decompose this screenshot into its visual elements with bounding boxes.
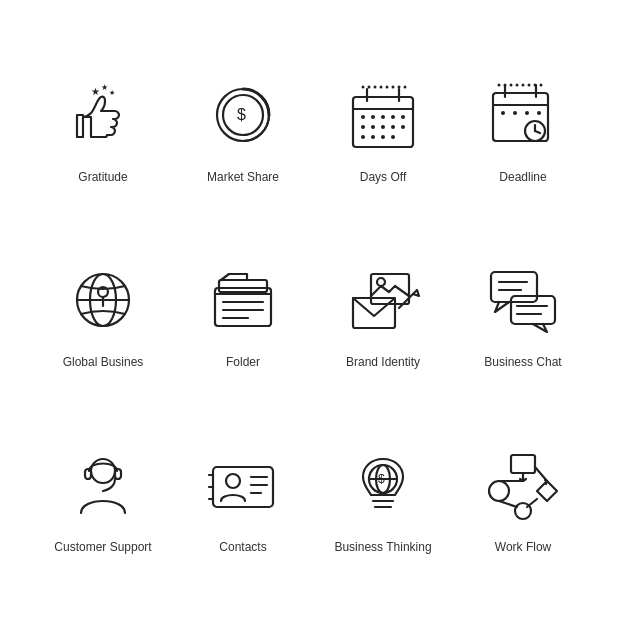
svg-point-26: [391, 125, 395, 129]
svg-point-29: [371, 135, 375, 139]
svg-point-27: [401, 125, 405, 129]
market-share-label: Market Share: [207, 170, 279, 186]
days-off-icon: [338, 70, 428, 160]
svg-point-18: [361, 115, 365, 119]
svg-point-12: [374, 86, 377, 89]
svg-point-30: [381, 135, 385, 139]
svg-point-36: [498, 84, 501, 87]
svg-point-77: [226, 474, 240, 488]
business-thinking-icon: $: [338, 440, 428, 530]
customer-support-icon: [58, 440, 148, 530]
svg-rect-67: [511, 296, 555, 324]
icon-cell-days-off: Days Off: [313, 36, 453, 221]
days-off-label: Days Off: [360, 170, 406, 186]
svg-text:★: ★: [109, 89, 115, 96]
gratitude-icon: ★ ★ ★: [58, 70, 148, 160]
icon-cell-brand-identity: Brand Identity: [313, 221, 453, 406]
icon-cell-folder: Folder: [173, 221, 313, 406]
icon-cell-market-share: $ Market Share: [173, 36, 313, 221]
svg-point-47: [537, 111, 541, 115]
svg-point-62: [377, 278, 385, 286]
svg-point-13: [380, 86, 383, 89]
svg-point-14: [386, 86, 389, 89]
work-flow-label: Work Flow: [495, 540, 551, 556]
icon-cell-work-flow: Work Flow: [453, 406, 593, 591]
svg-text:★: ★: [101, 83, 108, 92]
svg-point-31: [391, 135, 395, 139]
svg-rect-64: [491, 272, 537, 302]
svg-rect-56: [219, 280, 267, 292]
svg-point-38: [510, 84, 513, 87]
brand-identity-icon: [338, 255, 428, 345]
icon-cell-customer-support: Customer Support: [33, 406, 173, 591]
contacts-label: Contacts: [219, 540, 266, 556]
svg-rect-87: [511, 455, 535, 473]
svg-point-37: [504, 84, 507, 87]
svg-point-42: [534, 84, 537, 87]
icon-cell-gratitude: ★ ★ ★ Gratitude: [33, 36, 173, 221]
svg-point-41: [528, 84, 531, 87]
business-chat-icon: [478, 255, 568, 345]
business-thinking-label: Business Thinking: [334, 540, 431, 556]
svg-point-22: [401, 115, 405, 119]
svg-text:$: $: [237, 106, 246, 123]
icon-grid: ★ ★ ★ Gratitude $ Market Share: [13, 16, 613, 611]
svg-rect-6: [353, 97, 413, 147]
svg-point-44: [501, 111, 505, 115]
gratitude-label: Gratitude: [78, 170, 127, 186]
svg-text:$: $: [378, 472, 385, 486]
svg-text:★: ★: [91, 86, 100, 97]
folder-icon: [198, 255, 288, 345]
icon-cell-contacts: Contacts: [173, 406, 313, 591]
svg-point-19: [371, 115, 375, 119]
svg-line-63: [399, 294, 413, 308]
icon-cell-deadline: Deadline: [453, 36, 593, 221]
svg-point-23: [361, 125, 365, 129]
svg-line-93: [535, 467, 547, 481]
work-flow-icon: [478, 440, 568, 530]
deadline-icon: [478, 70, 568, 160]
svg-point-40: [522, 84, 525, 87]
svg-point-16: [398, 86, 401, 89]
svg-point-20: [381, 115, 385, 119]
icon-cell-global-business: Global Busines: [33, 221, 173, 406]
svg-point-10: [362, 86, 365, 89]
svg-point-11: [368, 86, 371, 89]
svg-point-39: [516, 84, 519, 87]
svg-point-28: [361, 135, 365, 139]
svg-point-21: [391, 115, 395, 119]
market-share-icon: $: [198, 70, 288, 160]
svg-point-45: [513, 111, 517, 115]
svg-line-50: [535, 131, 540, 133]
svg-line-95: [527, 499, 537, 507]
contacts-icon: [198, 440, 288, 530]
customer-support-label: Customer Support: [54, 540, 151, 556]
folder-label: Folder: [226, 355, 260, 371]
svg-point-25: [381, 125, 385, 129]
business-chat-label: Business Chat: [484, 355, 561, 371]
icon-cell-business-chat: Business Chat: [453, 221, 593, 406]
svg-point-46: [525, 111, 529, 115]
icon-cell-business-thinking: $ Business Thinking: [313, 406, 453, 591]
svg-line-94: [499, 501, 517, 507]
brand-identity-label: Brand Identity: [346, 355, 420, 371]
svg-point-24: [371, 125, 375, 129]
deadline-label: Deadline: [499, 170, 546, 186]
svg-point-17: [404, 86, 407, 89]
svg-point-15: [392, 86, 395, 89]
global-business-label: Global Busines: [63, 355, 144, 371]
global-business-icon: [58, 255, 148, 345]
svg-point-88: [489, 481, 509, 501]
svg-point-43: [540, 84, 543, 87]
